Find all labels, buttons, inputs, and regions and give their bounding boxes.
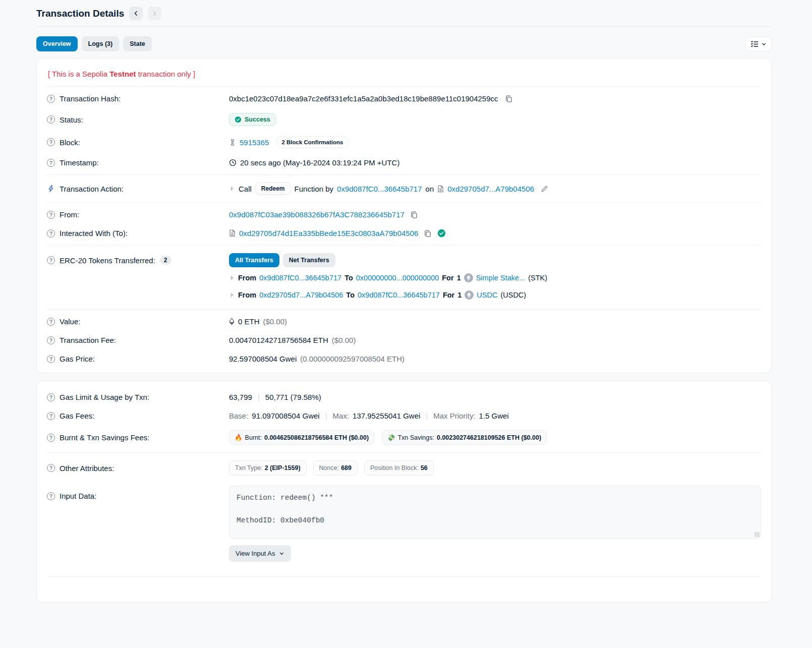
transfer-token-symbol: (USDC): [500, 291, 526, 299]
transfer-token-symbol: (STK): [528, 274, 547, 282]
help-icon[interactable]: [47, 115, 55, 124]
transaction-action-label: Transaction Action:: [60, 185, 124, 193]
resize-handle[interactable]: [755, 532, 760, 537]
status-badge: Success: [229, 113, 276, 126]
caret-right-icon: [229, 292, 235, 298]
transfer-token-link[interactable]: USDC: [477, 291, 497, 299]
transaction-hash-value: 0xbc1e023c07d18ea9a7c2e6f331efc1a5a2a0b3…: [229, 94, 498, 103]
transaction-fee-row: Transaction Fee: 0.004701242718756584 ET…: [47, 331, 761, 349]
timestamp-label: Timestamp:: [60, 158, 99, 167]
max-fee-value: 137.95255041 Gwei: [353, 411, 420, 420]
all-transfers-button[interactable]: All Transfers: [229, 253, 279, 267]
help-icon[interactable]: [47, 159, 55, 167]
transaction-fee-usd: ($0.00): [332, 336, 356, 344]
edit-pencil-icon[interactable]: [541, 185, 548, 193]
help-icon[interactable]: [47, 412, 55, 420]
transfer-to-link[interactable]: 0x00000000...000000000: [356, 274, 439, 282]
copy-icon[interactable]: [424, 229, 432, 238]
chevron-right-icon: [151, 10, 158, 17]
testnet-notice: [ This is a Sepolia Testnet transaction …: [47, 61, 761, 86]
interacted-with-row: Interacted With (To): 0xd29705d74d1Ea335…: [47, 224, 761, 243]
help-icon[interactable]: [47, 229, 55, 238]
transaction-hash-label: Transaction Hash:: [60, 94, 121, 103]
copy-icon[interactable]: [410, 211, 418, 219]
from-address-link[interactable]: 0x9d087fC03ae39b088326b67fA3C788236645b7…: [229, 210, 404, 219]
erc20-count-badge: 2: [160, 256, 171, 265]
display-options-button[interactable]: [745, 36, 772, 51]
help-icon[interactable]: [47, 393, 55, 401]
prev-transaction-button[interactable]: [129, 7, 143, 20]
action-contract-link[interactable]: 0xd29705d7...A79b04506: [447, 185, 534, 193]
help-icon[interactable]: [47, 492, 55, 500]
transfer-amount: 1: [457, 274, 461, 282]
from-row: From: 0x9d087fC03ae39b088326b67fA3C78823…: [47, 205, 761, 224]
tabs-row: Overview Logs (3) State: [36, 36, 772, 51]
gas-limit-value: 63,799: [229, 393, 252, 401]
position-in-block-badge: Position In Block: 56: [364, 460, 434, 476]
eth-diamond-icon: [229, 318, 235, 325]
action-function-by: Function by: [295, 185, 334, 193]
block-number-link[interactable]: 5915365: [240, 138, 269, 147]
interacted-with-address-link[interactable]: 0xd29705d74d1Ea335bBede15E3c0803aA79b045…: [239, 229, 418, 238]
next-transaction-button[interactable]: [148, 7, 161, 20]
transfer-token-link[interactable]: Simple Stake...: [476, 274, 526, 282]
transfer-from-link[interactable]: 0xd29705d7...A79b04506: [259, 291, 343, 299]
transfer-to-link[interactable]: 0x9d087fC0...36645b717: [358, 291, 440, 299]
burnt-fees-label: Burnt & Txn Savings Fees:: [60, 433, 149, 442]
block-row: Block: 5915365 2 Block Confirmations: [47, 131, 761, 153]
transfer-row: From 0x9d087fC0...36645b717 To 0x0000000…: [229, 269, 761, 286]
help-icon[interactable]: [47, 336, 55, 344]
help-icon[interactable]: [47, 211, 55, 219]
gas-fees-label: Gas Fees:: [60, 411, 94, 420]
money-wings-icon: 💸: [387, 434, 395, 441]
tab-state[interactable]: State: [123, 36, 152, 51]
help-icon[interactable]: [47, 95, 55, 103]
chevron-left-icon: [133, 10, 139, 17]
checklist-icon: [750, 40, 759, 48]
value-label: Value:: [60, 317, 80, 326]
txn-savings-badge: 💸 Txn Savings: 0.002302746218109526 ETH …: [382, 430, 547, 445]
hourglass-icon: [229, 139, 236, 146]
help-icon[interactable]: [47, 434, 55, 442]
view-input-as-button[interactable]: View Input As: [229, 545, 291, 562]
action-from-link[interactable]: 0x9d087fC0...36645b717: [337, 185, 422, 193]
gas-fees-row: Gas Fees: Base: 91.097008504 Gwei | Max:…: [47, 406, 761, 425]
action-on-word: on: [426, 185, 434, 193]
base-fee-value: 91.097008504 Gwei: [252, 411, 319, 420]
gas-usage-value: 50,771 (79.58%): [265, 393, 321, 401]
copy-icon[interactable]: [505, 95, 513, 103]
value-amount: 0 ETH: [238, 317, 260, 326]
token-icon: [465, 290, 474, 300]
input-data-textarea[interactable]: Function: redeem() *** MethodID: 0xbe040…: [229, 486, 761, 539]
header-divider: [36, 26, 772, 27]
from-label: From:: [60, 210, 79, 219]
details-card: Gas Limit & Usage by Txn: 63,799 | 50,77…: [36, 380, 772, 603]
contract-file-icon: [437, 185, 444, 193]
gas-limit-label: Gas Limit & Usage by Txn:: [60, 393, 149, 401]
burnt-fees-row: Burnt & Txn Savings Fees: 🔥 Burnt: 0.004…: [47, 425, 761, 450]
txn-type-badge: Txn Type: 2 (EIP-1559): [229, 460, 307, 476]
tab-logs[interactable]: Logs (3): [82, 36, 120, 51]
transfer-row: From 0xd29705d7...A79b04506 To 0x9d087fC…: [229, 286, 761, 304]
action-call-word: Call: [239, 185, 252, 193]
transfers-list: From 0x9d087fC0...36645b717 To 0x0000000…: [229, 268, 761, 307]
help-icon[interactable]: [47, 256, 55, 264]
transfer-amount: 1: [457, 291, 461, 299]
burnt-badge: 🔥 Burnt: 0.004625086218756584 ETH ($0.00…: [229, 430, 374, 445]
help-icon[interactable]: [47, 318, 55, 326]
overview-card: [ This is a Sepolia Testnet transaction …: [36, 58, 772, 373]
net-transfers-button[interactable]: Net Transfers: [283, 253, 335, 267]
help-icon[interactable]: [47, 138, 55, 146]
page-title: Transaction Details: [36, 8, 124, 19]
chevron-down-icon: [279, 551, 284, 556]
help-icon[interactable]: [47, 355, 55, 363]
tab-overview[interactable]: Overview: [36, 36, 78, 51]
chevron-down-icon: [761, 41, 767, 47]
help-icon[interactable]: [47, 464, 55, 472]
gas-price-eth: (0.000000092597008504 ETH): [300, 355, 404, 363]
verified-check-icon: [437, 229, 446, 238]
interacted-with-label: Interacted With (To):: [60, 229, 128, 238]
caret-right-icon: [229, 275, 235, 281]
transfer-from-link[interactable]: 0x9d087fC0...36645b717: [259, 274, 341, 282]
max-priority-fee-value: 1.5 Gwei: [479, 411, 509, 420]
